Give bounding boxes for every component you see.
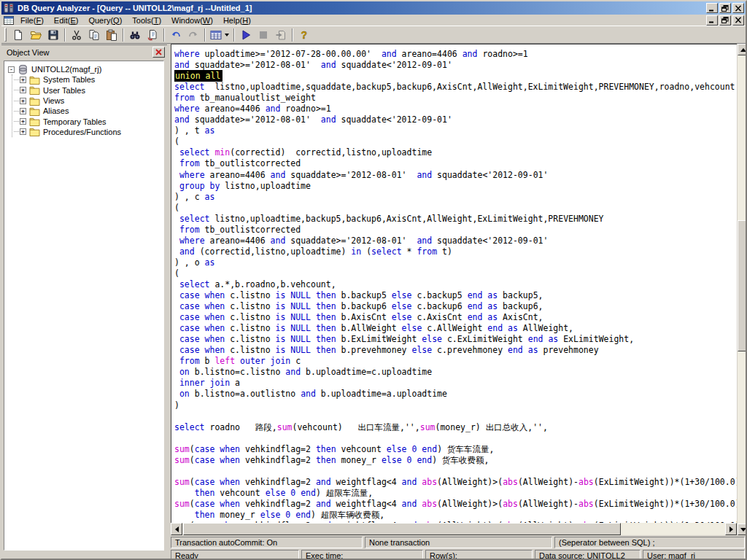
object-tree[interactable]: -UNITOLL2(magf_rj)+System Tables+User Ta… (4, 61, 164, 551)
folder-icon (26, 96, 42, 106)
mdi-restore-button[interactable] (719, 15, 731, 26)
redo-button[interactable] (185, 27, 202, 43)
editor-line: from tb_outlistcorrected (171, 225, 737, 236)
window-title: DB Query Analyzer - [Query -- UNITOLL2\m… (18, 4, 705, 12)
editor-line: sum(case when vehkindflag=2 then money_r… (171, 455, 737, 466)
scroll-right-button[interactable] (725, 523, 737, 535)
user-status: User: magf_rj (643, 550, 745, 560)
scroll-left-button[interactable] (171, 523, 182, 535)
vertical-scroll-thumb[interactable] (738, 220, 747, 351)
sql-separator-status: (Seperator between SQL) ; (554, 537, 745, 548)
editor-line: where areano=4406 and squaddate>='2012-0… (171, 170, 737, 181)
tree-node-aliases[interactable]: +Aliases (4, 106, 163, 116)
tree-node-procedures-functions[interactable]: +Procedures/Functions (4, 127, 163, 137)
menu-query[interactable]: Query(Q) (83, 16, 127, 25)
editor-line (171, 466, 737, 477)
editor-line: ( (171, 203, 737, 214)
tree-node-label: Procedures/Functions (42, 128, 121, 136)
editor-line: case when c.listno is NULL then b.preveh… (171, 345, 737, 356)
replace-button[interactable] (144, 27, 161, 43)
ready-status: Ready (171, 550, 299, 560)
menu-help[interactable]: Help(H) (218, 16, 256, 25)
editor-line: select listno,uploadtime,squaddate,backu… (171, 82, 737, 93)
expand-icon[interactable]: + (20, 77, 26, 83)
editor-line: sum(case when vehkindflag=2 and weightfl… (171, 477, 737, 488)
editor-line: on b.listno=a.outlistno and b.uploadtime… (171, 389, 737, 400)
title-bar[interactable]: DB Query Analyzer - [Query -- UNITOLL2\m… (1, 1, 746, 15)
expand-icon[interactable]: + (20, 98, 26, 104)
folder-icon (26, 106, 42, 116)
toolbar-separator (163, 28, 165, 42)
expand-icon[interactable]: + (20, 118, 26, 125)
expand-icon[interactable]: + (20, 108, 26, 114)
tree-node-views[interactable]: +Views (4, 96, 163, 106)
toolbar-separator (123, 28, 124, 42)
restore-button[interactable] (719, 3, 731, 13)
editor-line: inner join a (171, 378, 737, 389)
editor-line: on b.listno=c.listno and b.uploadtime=c.… (171, 367, 737, 378)
stop-button[interactable] (255, 27, 272, 43)
save-button[interactable] (44, 27, 62, 43)
menu-tools[interactable]: Tools(T) (127, 16, 166, 25)
editor-line: ) , t as (171, 125, 737, 136)
editor-line (171, 433, 737, 444)
transaction-status: None transaction (365, 537, 552, 548)
menu-edit[interactable]: Edit(E) (49, 16, 84, 25)
new-document-button[interactable] (9, 27, 27, 43)
horizontal-scroll-thumb[interactable] (183, 523, 621, 535)
editor-line: ) , c as (171, 192, 737, 203)
undo-button[interactable] (167, 27, 185, 43)
open-file-button[interactable] (27, 27, 44, 43)
object-view-title: Object View (7, 48, 50, 57)
toolbar-items: ? (9, 27, 313, 43)
editor-line: where uploadtime>='2012-07-28-00.00.00' … (171, 49, 737, 60)
scroll-down-button[interactable] (738, 524, 747, 535)
tree-node-system-tables[interactable]: +System Tables (4, 74, 163, 85)
expand-icon[interactable]: + (20, 87, 26, 93)
scroll-up-button[interactable] (738, 44, 747, 55)
tree-node-label: Aliases (42, 106, 69, 115)
help-button[interactable]: ? (295, 27, 313, 43)
execute-button[interactable] (237, 27, 255, 43)
svg-text:?: ? (301, 29, 308, 41)
menu-window[interactable]: Window(W) (166, 16, 218, 25)
editor-line: where areano=4406 and squaddate>='2012-0… (171, 236, 737, 246)
menu-file[interactable]: File(F) (15, 16, 49, 25)
mdi-close-button[interactable] (732, 15, 744, 26)
folder-icon (26, 85, 42, 95)
paste-button[interactable] (103, 27, 120, 43)
object-view-panel: Object View -UNITOLL2(magf_rj)+System Ta… (1, 44, 167, 559)
tree-node-user-tables[interactable]: +User Tables (4, 85, 163, 96)
exec-time-status: Exec time: (301, 550, 423, 560)
results-grid-button[interactable] (208, 27, 231, 43)
tree-node-database[interactable]: -UNITOLL2(magf_rj) (4, 64, 163, 74)
copy-button[interactable] (85, 27, 103, 43)
app-icon (3, 2, 15, 14)
toolbar-grip[interactable] (4, 28, 7, 42)
editor-line: and squaddate>='2012-08-01' and squaddat… (171, 114, 737, 125)
sql-editor[interactable]: where uploadtime>='2012-07-28-00.00.00' … (171, 44, 737, 523)
cut-button[interactable] (68, 27, 85, 43)
editor-line: from b left outer join c (171, 356, 737, 367)
editor-line: then vehcount else 0 end) 超限车流量, (171, 488, 737, 499)
tree-node-temporary-tables[interactable]: +Temporary Tables (4, 116, 163, 126)
minimize-button[interactable] (706, 3, 718, 13)
menu-items: File(F)Edit(E)Query(Q)Tools(T)Window(W)H… (15, 16, 256, 25)
editor-horizontal-scrollbar[interactable] (171, 523, 737, 535)
object-view-close-button[interactable] (152, 47, 165, 58)
mdi-child-icon[interactable] (4, 16, 14, 25)
mdi-minimize-button[interactable] (706, 15, 718, 26)
editor-line (171, 411, 737, 422)
editor-line: ( (171, 268, 737, 279)
toolbar-separator (233, 28, 235, 42)
expand-icon[interactable]: + (20, 128, 26, 135)
editor-vertical-scrollbar[interactable] (737, 44, 747, 535)
editor-line: case when c.listno is NULL then b.backup… (171, 301, 737, 312)
find-button[interactable] (126, 27, 144, 43)
collapse-icon[interactable]: - (8, 66, 15, 73)
editor-line: and (correctid,listno,uploadtime) in (se… (171, 246, 737, 257)
dropdown-caret-icon[interactable] (225, 34, 229, 36)
export-results-button[interactable] (272, 27, 290, 43)
editor-line: then money_r else 0 end) 超限车辆收费额, (171, 510, 737, 521)
close-button[interactable] (732, 3, 744, 13)
